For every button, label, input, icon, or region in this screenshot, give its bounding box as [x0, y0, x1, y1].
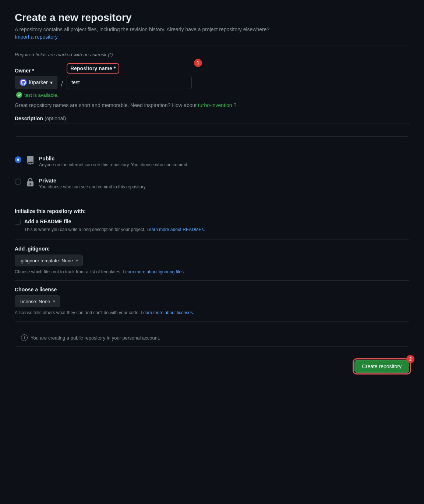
description-section: Description (optional) — [15, 116, 409, 137]
owner-select-button[interactable]: l0parker ▾ — [15, 76, 57, 89]
gitignore-select-label: .gitignore template: None — [20, 258, 73, 263]
owner-label: Owner * — [15, 68, 57, 74]
private-desc: You choose who can see and commit to thi… — [39, 184, 409, 189]
public-desc: Anyone on the internet can see this repo… — [39, 162, 409, 167]
owner-dropdown-icon: ▾ — [50, 79, 53, 85]
page-title: Create a new repository — [15, 12, 409, 24]
gitignore-section: Add .gitignore .gitignore template: None… — [15, 246, 409, 274]
license-desc: A license tells others what they can and… — [15, 310, 409, 315]
readme-checkbox[interactable] — [15, 219, 21, 225]
readme-checkbox-row: Add a README file — [15, 219, 409, 225]
required-notice: Required fields are marked with an aster… — [15, 52, 409, 57]
info-box: i You are creating a public repository i… — [15, 329, 409, 347]
availability-message: test is available. — [16, 92, 409, 98]
check-circle-icon — [16, 92, 22, 98]
submit-badge: 2 — [406, 355, 414, 363]
owner-field-group: Owner * l0parker ▾ — [15, 68, 57, 89]
slash-divider: / — [61, 80, 63, 89]
info-icon: i — [21, 334, 28, 341]
page-subtitle: A repository contains all project files,… — [15, 26, 409, 32]
license-learn-more-link[interactable]: Learn more about licenses. — [141, 310, 194, 315]
readme-learn-more-link[interactable]: Learn more about READMEs. — [146, 227, 205, 232]
divider-top — [15, 46, 409, 46]
description-input[interactable] — [15, 124, 409, 137]
init-section: Initialize this repository with: Add a R… — [15, 208, 409, 232]
license-section: Choose a license License: None ▾ A licen… — [15, 287, 409, 315]
gitignore-learn-more-link[interactable]: Learn more about ignoring files. — [123, 269, 185, 274]
divider-visibility — [15, 143, 409, 143]
owner-avatar — [20, 79, 27, 86]
radio-public[interactable] — [15, 156, 21, 163]
license-chevron-icon: ▾ — [53, 299, 55, 304]
divider-gitignore — [15, 239, 409, 240]
license-select-button[interactable]: License: None ▾ — [15, 295, 60, 307]
public-repo-icon — [26, 156, 35, 165]
readme-label: Add a README file — [24, 219, 71, 224]
radio-private[interactable] — [15, 178, 21, 185]
description-label: Description (optional) — [15, 116, 409, 121]
divider-info — [15, 321, 409, 322]
readme-description: This is where you can write a long descr… — [24, 227, 409, 232]
gitignore-desc: Choose which files not to track from a l… — [15, 269, 409, 274]
repo-name-input[interactable] — [67, 76, 192, 89]
license-title: Choose a license — [15, 287, 409, 292]
owner-repo-row: Owner * l0parker ▾ / Repository name * 1 — [15, 63, 409, 89]
repo-name-badge: 1 — [194, 59, 202, 67]
inspiration-text: Great repository names are short and mem… — [15, 102, 409, 108]
private-title: Private — [39, 178, 409, 184]
divider-init — [15, 202, 409, 202]
license-select-label: License: None — [20, 299, 50, 304]
public-text-block: Public Anyone on the internet can see th… — [39, 156, 409, 167]
init-title: Initialize this repository with: — [15, 208, 409, 214]
submit-button-container: Create repository 2 — [354, 360, 409, 373]
repo-name-label: Repository name * — [70, 65, 116, 71]
private-repo-icon — [26, 178, 35, 187]
repo-name-label-wrapper: Repository name * — [67, 63, 119, 74]
gitignore-select-button[interactable]: .gitignore template: None ▾ — [15, 255, 83, 266]
visibility-option-private[interactable]: Private You choose who can see and commi… — [15, 173, 409, 195]
suggestion-link[interactable]: turbo-invention — [198, 102, 232, 108]
gitignore-chevron-icon: ▾ — [76, 258, 78, 263]
repo-name-field-group: Repository name * 1 — [67, 63, 192, 89]
divider-license — [15, 280, 409, 281]
create-repository-button[interactable]: Create repository — [354, 360, 409, 373]
import-link[interactable]: Import a repository. — [15, 34, 59, 40]
info-text: You are creating a public repository in … — [31, 335, 160, 341]
private-text-block: Private You choose who can see and commi… — [39, 178, 409, 189]
owner-name: l0parker — [29, 79, 48, 85]
bottom-row: Create repository 2 — [15, 354, 409, 373]
visibility-section: Public Anyone on the internet can see th… — [15, 150, 409, 195]
visibility-option-public[interactable]: Public Anyone on the internet can see th… — [15, 150, 409, 173]
gitignore-title: Add .gitignore — [15, 246, 409, 252]
repo-name-header: Repository name * 1 — [67, 63, 192, 74]
public-title: Public — [39, 156, 409, 162]
